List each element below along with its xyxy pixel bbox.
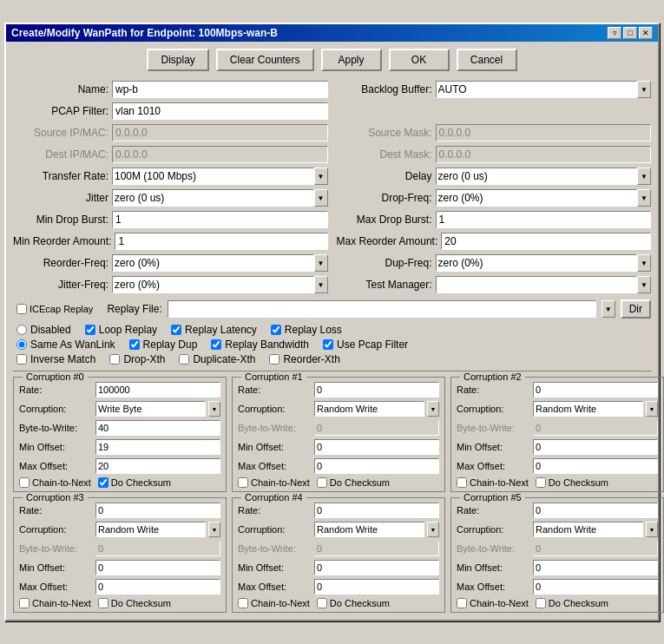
corr-btw-input-3[interactable] (95, 541, 220, 556)
replay-loss-checkbox[interactable] (271, 325, 281, 335)
corr-btw-input-4[interactable] (314, 541, 439, 556)
corr-corruption-select-5[interactable]: Random Write Write Byte Random Write (533, 522, 643, 537)
corr-checksum-checkbox-0[interactable] (98, 477, 108, 488)
corr-corruption-select-4[interactable]: Random Write Write Byte Random Write (314, 522, 424, 537)
corr-corruption-dropdown-4[interactable]: ▼ (427, 522, 439, 537)
corr-chain-checkbox-2[interactable] (457, 477, 467, 488)
corr-corruption-dropdown-1[interactable]: ▼ (427, 401, 439, 417)
corr-rate-input-5[interactable] (533, 503, 658, 518)
test-manager-select[interactable] (436, 276, 638, 293)
disabled-radio[interactable] (16, 325, 27, 335)
corr-btw-input-5[interactable] (533, 541, 658, 556)
corr-minoffset-input-5[interactable] (533, 560, 658, 575)
close-button[interactable]: ✕ (639, 27, 653, 39)
min-reorder-input[interactable] (115, 233, 327, 250)
corr-corruption-dropdown-3[interactable]: ▼ (208, 522, 220, 537)
corr-minoffset-input-3[interactable] (95, 560, 220, 575)
maximize-button[interactable]: □ (623, 27, 637, 39)
corr-btw-input-2[interactable] (533, 420, 658, 436)
corr-checksum-checkbox-5[interactable] (536, 598, 546, 608)
replay-latency-label[interactable]: Replay Latency (171, 324, 257, 336)
inverse-match-label[interactable]: Inverse Match (16, 353, 95, 365)
same-as-wanlink-radio-label[interactable]: Same As WanLink (16, 338, 115, 351)
corr-chain-label-3[interactable]: Chain-to-Next (19, 598, 91, 608)
loop-replay-checkbox[interactable] (85, 325, 95, 335)
corr-checksum-label-2[interactable]: Do Checksum (536, 477, 608, 488)
transfer-rate-dropdown-icon[interactable]: ▼ (314, 168, 328, 185)
display-button[interactable]: Display (147, 49, 208, 71)
corr-chain-checkbox-1[interactable] (238, 477, 248, 488)
disabled-radio-label[interactable]: Disabled (16, 324, 71, 336)
corr-maxoffset-input-3[interactable] (95, 579, 220, 595)
pcap-filter-input[interactable] (112, 102, 328, 120)
corr-minoffset-input-1[interactable] (314, 439, 439, 455)
corr-corruption-select-0[interactable]: Write Byte Write Byte Random Write (95, 401, 206, 417)
test-manager-dropdown-icon[interactable]: ▼ (637, 276, 651, 293)
cancel-button[interactable]: Cancel (457, 49, 517, 71)
corr-checksum-checkbox-4[interactable] (317, 598, 327, 608)
dir-button[interactable]: Dir (621, 299, 651, 319)
corr-minoffset-input-0[interactable] (95, 439, 220, 455)
duplicate-xth-label[interactable]: Duplicate-Xth (179, 353, 255, 365)
corr-checksum-label-4[interactable]: Do Checksum (317, 598, 390, 608)
replay-bandwidth-label[interactable]: Replay Bandwidth (211, 338, 309, 351)
loop-replay-label[interactable]: Loop Replay (85, 324, 157, 336)
reorder-xth-label[interactable]: Reorder-Xth (269, 353, 339, 365)
max-drop-burst-input[interactable] (436, 211, 652, 228)
replay-file-dropdown-icon[interactable]: ▼ (602, 300, 615, 318)
corr-chain-label-1[interactable]: Chain-to-Next (238, 477, 310, 488)
corr-rate-input-4[interactable] (314, 503, 439, 518)
icecap-checkbox-label[interactable]: ICEcap Replay (16, 304, 93, 314)
corr-rate-input-0[interactable] (95, 382, 220, 398)
transfer-rate-select[interactable]: 100M (100 Mbps) (112, 168, 314, 185)
corr-chain-checkbox-4[interactable] (238, 598, 248, 608)
corr-maxoffset-input-0[interactable] (95, 458, 220, 474)
inverse-match-checkbox[interactable] (16, 354, 27, 365)
apply-button[interactable]: Apply (321, 49, 382, 71)
corr-rate-input-1[interactable] (314, 382, 439, 398)
max-reorder-input[interactable] (441, 233, 651, 250)
corr-corruption-dropdown-2[interactable]: ▼ (646, 401, 658, 417)
corr-btw-input-1[interactable] (314, 420, 439, 436)
name-input[interactable] (112, 81, 328, 98)
corr-corruption-select-1[interactable]: Random Write Write Byte Random Write (314, 401, 424, 417)
corr-minoffset-input-2[interactable] (533, 439, 658, 455)
corr-chain-checkbox-0[interactable] (19, 477, 30, 488)
source-ipmac-input[interactable] (112, 124, 328, 141)
corr-checksum-label-1[interactable]: Do Checksum (317, 477, 390, 488)
backlog-buffer-dropdown-icon[interactable]: ▼ (637, 81, 651, 98)
corr-rate-input-2[interactable] (533, 382, 658, 398)
minimize-button[interactable]: ▿ (608, 27, 621, 39)
same-as-wanlink-radio[interactable] (16, 339, 27, 350)
jitter-freq-dropdown-icon[interactable]: ▼ (314, 276, 328, 293)
corr-checksum-checkbox-1[interactable] (317, 477, 327, 488)
delay-select[interactable]: zero (0 us) (436, 168, 638, 185)
corr-chain-label-5[interactable]: Chain-to-Next (457, 598, 529, 608)
corr-corruption-dropdown-0[interactable]: ▼ (208, 401, 220, 417)
icecap-checkbox[interactable] (16, 304, 27, 314)
dest-ipmac-input[interactable] (112, 146, 328, 163)
replay-dup-label[interactable]: Replay Dup (129, 338, 198, 351)
delay-dropdown-icon[interactable]: ▼ (637, 168, 651, 185)
corr-maxoffset-input-5[interactable] (533, 579, 658, 595)
corr-checksum-label-0[interactable]: Do Checksum (98, 477, 171, 488)
jitter-dropdown-icon[interactable]: ▼ (314, 189, 328, 207)
corr-chain-label-4[interactable]: Chain-to-Next (238, 598, 310, 608)
dup-freq-select[interactable]: zero (0%) (436, 254, 638, 272)
replay-bandwidth-checkbox[interactable] (211, 339, 221, 350)
corr-chain-label-0[interactable]: Chain-to-Next (19, 477, 91, 488)
corr-checksum-checkbox-3[interactable] (98, 598, 108, 608)
source-mask-input[interactable] (436, 124, 652, 141)
backlog-buffer-select[interactable]: AUTO (436, 81, 638, 98)
corr-corruption-dropdown-5[interactable]: ▼ (646, 522, 658, 537)
replay-dup-checkbox[interactable] (129, 339, 140, 350)
reorder-xth-checkbox[interactable] (269, 354, 279, 365)
drop-xth-label[interactable]: Drop-Xth (109, 353, 165, 365)
replay-latency-checkbox[interactable] (171, 325, 181, 335)
corr-btw-input-0[interactable] (95, 420, 220, 436)
use-pcap-filter-label[interactable]: Use Pcap Filter (323, 338, 408, 351)
dup-freq-dropdown-icon[interactable]: ▼ (637, 254, 651, 272)
corr-maxoffset-input-1[interactable] (314, 458, 439, 474)
duplicate-xth-checkbox[interactable] (179, 354, 189, 365)
corr-chain-checkbox-3[interactable] (19, 598, 30, 608)
